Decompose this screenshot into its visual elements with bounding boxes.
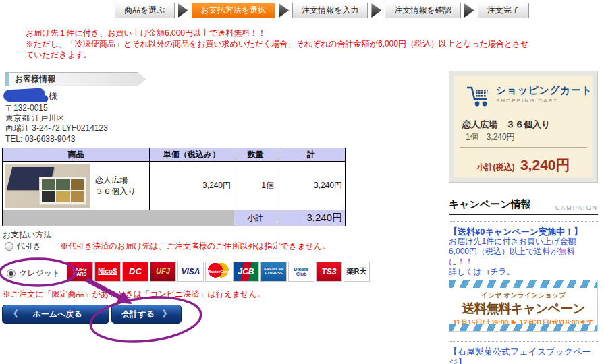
customer-phone: TEL: 03-6638-9043 — [5, 134, 75, 144]
cart-subtitle: SHOPPING CART — [496, 98, 592, 104]
step-arrow-icon — [279, 3, 289, 18]
product-line-total: 3,240円 — [277, 162, 346, 210]
cart-title: ショッピングカート — [496, 84, 592, 97]
visa-logo-icon: VISA — [177, 262, 204, 282]
banner-stripe-bottom — [449, 324, 597, 331]
cart-subtotal-value: 3,240円 — [520, 157, 570, 173]
back-home-label: ホームへ戻る — [32, 309, 82, 320]
mastercard-logo-icon: MasterCard — [205, 262, 231, 282]
subtotal-label: 小計 — [234, 210, 277, 226]
campaign-text: 【送料¥0キャンペーン実施中！】 お届け先1件に付きお買い上げ金額 6,000円… — [449, 226, 582, 277]
step-arrow-icon — [464, 3, 474, 18]
column-header-total: 計 — [277, 148, 346, 162]
shipping-notice-line3: ていただきます。 — [26, 49, 529, 60]
facebook-link-line2: ジ】 — [449, 357, 591, 364]
column-header-quantity: 数量 — [234, 148, 277, 162]
facebook-link[interactable]: 【石屋製菓公式フェイスブックペー ジ】 — [449, 346, 591, 364]
product-name-line2: ３６個入り — [95, 186, 146, 198]
cart-divider — [460, 147, 587, 148]
subtotal-row: 小計 3,240円 — [3, 210, 346, 226]
column-header-unit-price: 単価（税込み） — [150, 148, 234, 162]
customer-name-suffix: 様 — [49, 90, 57, 102]
product-quantity: 1個 — [234, 162, 277, 210]
card-logos: MUFG CARD NicoS DC UFJ VISA MasterCard J… — [67, 262, 370, 282]
checkout-label: 会計する — [121, 309, 155, 320]
order-table: 商品 単価（税込み） 数量 計 恋人広場 ３６個入り 3,240円 1個 — [2, 148, 346, 226]
diners-club-logo-icon: Diners Club — [288, 262, 314, 282]
campaign-title-en: CAMPAIGN — [555, 204, 598, 211]
campaign-details-link[interactable]: 詳しくはコチラ。 — [449, 267, 582, 277]
cart-item-detail: 1個 3,240円 — [466, 131, 515, 143]
gift-box-open — [39, 177, 86, 205]
campaign-body-line3: に！！ — [449, 257, 582, 267]
product-unit-price: 3,240円 — [150, 162, 234, 210]
order-table-header-row: 商品 単価（税込み） 数量 計 — [3, 148, 346, 162]
ribbon-accent-bar — [6, 73, 9, 86]
campaign-headline: 【送料¥0キャンペーン実施中！】 — [449, 226, 582, 237]
credit-label[interactable]: クレジット — [19, 268, 60, 279]
redacted-name-scribble — [3, 88, 46, 102]
banner-title: 送料無料キャンペーン — [449, 300, 597, 317]
product-image-cell — [3, 162, 92, 210]
subtotal-value: 3,240円 — [277, 210, 346, 226]
shopping-cart-box: ショッピングカート SHOPPING CART 恋人広場 ３６個入り 1個 3,… — [449, 71, 598, 183]
restriction-note: ※ご注文に「限定商品」があるときは「コンビニ決済」は行えません。 — [3, 289, 265, 300]
back-home-button[interactable]: 《 ホームへ戻る — [2, 305, 109, 324]
nicos-logo-icon: NicoS — [94, 262, 121, 282]
dotted-divider — [449, 221, 598, 222]
facebook-link-line1: 【石屋製菓公式フェイスブックペー — [449, 346, 591, 357]
step-complete[interactable]: 注文完了 — [478, 3, 529, 18]
customer-info-title: お客様情報 — [15, 73, 55, 85]
shipping-notice-line2: ※ただし、「冷凍便商品」とそれ以外の商品をお買い求めいただく場合、それぞれの合計… — [26, 38, 529, 49]
cod-label[interactable]: 代引き — [17, 241, 41, 252]
table-row: 恋人広場 ３６個入り 3,240円 1個 3,240円 — [3, 162, 346, 210]
step-enter-order-info[interactable]: 注文情報を入力 — [292, 3, 368, 18]
cod-radio[interactable] — [5, 242, 13, 251]
step-confirm-order[interactable]: 注文情報を確認 — [385, 3, 460, 18]
chevron-left-icon: 《 — [9, 308, 18, 320]
subtotal-spacer-cell — [3, 210, 234, 226]
amex-logo-icon: AMERICAN EXPRESS — [260, 262, 287, 282]
step-select-product[interactable]: 商品を選ぶ — [115, 3, 175, 18]
customer-address-line2: 西瑞江 3-24-72 LYF0214123 — [5, 123, 108, 134]
checkout-button[interactable]: 会計する 》 — [111, 305, 182, 324]
step-arrow-icon — [178, 3, 188, 18]
dotted-divider — [449, 341, 598, 342]
ts3-logo-icon: TS3 — [316, 262, 342, 282]
cart-item-name: 恋人広場 ３６個入り — [462, 119, 550, 131]
product-name-line1: 恋人広場 — [95, 175, 146, 186]
product-image — [5, 164, 90, 208]
payment-method-title: お支払い方法 — [3, 229, 52, 241]
dc-logo-icon: DC — [122, 262, 148, 282]
mufg-card-logo-icon: MUFG CARD — [67, 262, 93, 282]
ufj-card-logo-icon: UFJ — [150, 262, 176, 282]
cart-subtotal-label: 小計(税込) — [476, 162, 514, 172]
chevron-right-icon: 》 — [163, 308, 171, 320]
cod-note: ※代引き決済のお届け先は、ご注文者様のご住所以外は指定できません。 — [60, 241, 330, 252]
shopping-cart-icon — [465, 84, 492, 109]
step-select-payment[interactable]: お支払方法を選択 — [192, 3, 276, 18]
free-shipping-banner[interactable]: イシヤ オンラインショップ 送料無料キャンペーン 11月15日(土)9:00 ▶… — [449, 280, 598, 332]
banner-shop-name: イシヤ オンラインショップ — [449, 291, 597, 300]
jcb-logo-icon: JCB — [233, 262, 259, 282]
checkout-page: 商品を選ぶ お支払方法を選択 注文情報を入力 注文情報を確認 注文完了 お届け先… — [0, 0, 604, 364]
column-header-product: 商品 — [3, 148, 150, 162]
shipping-notice: お届け先１件に付き、お買い上げ金額6,000円以上で送料無料！！ ※ただし、「冷… — [26, 28, 529, 60]
customer-info-header: お客様情報 — [5, 72, 146, 86]
checkout-steps: 商品を選ぶ お支払方法を選択 注文情報を入力 注文情報を確認 注文完了 — [115, 3, 529, 18]
shopping-cart-logo: ショッピングカート SHOPPING CART — [465, 84, 592, 109]
campaign-title: キャンペーン情報 — [449, 198, 531, 211]
shipping-notice-line1: お届け先１件に付き、お買い上げ金額6,000円以上で送料無料！！ — [26, 28, 529, 38]
step-arrow-icon — [371, 3, 381, 18]
campaign-body-line1: お届け先1件に付きお買い上げ金額 — [449, 237, 582, 247]
campaign-body-line2: 6,000円（税込）以上で送料が無料 — [449, 247, 582, 257]
rakuten-card-logo-icon: 楽R天 — [344, 262, 370, 282]
credit-radio[interactable] — [7, 269, 16, 278]
banner-stripe-top — [449, 280, 597, 288]
campaign-header: キャンペーン情報 CAMPAIGN — [449, 198, 598, 215]
product-name-cell: 恋人広場 ３６個入り — [92, 162, 150, 210]
